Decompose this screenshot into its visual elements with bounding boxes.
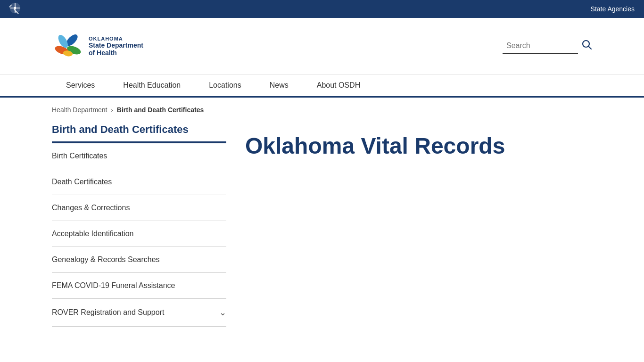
content-area: Birth and Death Certificates Birth Certi…: [0, 118, 644, 346]
sidebar-item-label: Changes & Corrections: [52, 204, 130, 212]
nav-item-locations[interactable]: Locations: [195, 74, 256, 96]
header: OKLAHOMA State Department of Health: [0, 18, 644, 74]
sidebar-item-death-certificates[interactable]: Death Certificates: [52, 169, 226, 195]
logo-text: OKLAHOMA State Department of Health: [89, 36, 143, 57]
sidebar-item-changes-corrections[interactable]: Changes & Corrections: [52, 195, 226, 221]
sidebar-item-rover[interactable]: ROVER Registration and Support ⌄: [52, 299, 226, 326]
list-item: ROVER Registration and Support ⌄: [52, 299, 226, 327]
sidebar-item-label: Genealogy & Records Searches: [52, 255, 160, 264]
list-item: FEMA COVID-19 Funeral Assistance: [52, 273, 226, 299]
sidebar-item-birth-certificates[interactable]: Birth Certificates: [52, 143, 226, 169]
list-item: Acceptable Identification: [52, 221, 226, 247]
list-item: Genealogy & Records Searches: [52, 247, 226, 273]
chevron-down-icon: ⌄: [219, 307, 226, 318]
main-nav: Services Health Education Locations News…: [0, 74, 644, 98]
sidebar-item-label: FEMA COVID-19 Funeral Assistance: [52, 281, 175, 290]
sidebar-item-genealogy[interactable]: Genealogy & Records Searches: [52, 247, 226, 272]
page-title: Oklahoma Vital Records: [245, 132, 592, 160]
sidebar-item-fema[interactable]: FEMA COVID-19 Funeral Assistance: [52, 273, 226, 298]
sidebar-item-acceptable-id[interactable]: Acceptable Identification: [52, 221, 226, 247]
search-area: [503, 39, 592, 54]
sidebar: Birth and Death Certificates Birth Certi…: [52, 123, 226, 327]
list-item: Death Certificates: [52, 169, 226, 195]
search-input[interactable]: [503, 39, 578, 54]
osdh-logo-icon: [52, 30, 84, 62]
svg-line-12: [589, 47, 592, 49]
breadcrumb-current: Birth and Death Certificates: [117, 106, 204, 114]
breadcrumb-chevron-icon: ›: [111, 107, 113, 114]
logo-area: OKLAHOMA State Department of Health: [52, 30, 143, 62]
nav-item-health-education[interactable]: Health Education: [109, 74, 195, 96]
breadcrumb-parent-link[interactable]: Health Department: [52, 106, 107, 114]
state-agencies-link[interactable]: State Agencies: [591, 5, 635, 13]
sidebar-item-label: Acceptable Identification: [52, 230, 133, 238]
top-bar: State Agencies: [0, 0, 644, 18]
list-item: Birth Certificates: [52, 143, 226, 169]
search-icon: [582, 40, 592, 50]
sidebar-item-label: Death Certificates: [52, 178, 112, 186]
sidebar-item-label: ROVER Registration and Support: [52, 308, 164, 317]
breadcrumb: Health Department › Birth and Death Cert…: [0, 98, 644, 118]
main-content: Oklahoma Vital Records: [245, 123, 592, 327]
nav-item-about-osdh[interactable]: About OSDH: [303, 74, 374, 96]
sidebar-title: Birth and Death Certificates: [52, 123, 226, 143]
nav-item-services[interactable]: Services: [52, 74, 109, 96]
nav-item-news[interactable]: News: [256, 74, 303, 96]
sidebar-item-label: Birth Certificates: [52, 152, 107, 160]
svg-point-5: [14, 7, 17, 9]
list-item: Changes & Corrections: [52, 195, 226, 221]
search-button[interactable]: [582, 40, 592, 52]
ok-logo-icon: [9, 2, 21, 16]
sidebar-nav: Birth Certificates Death Certificates Ch…: [52, 143, 226, 327]
